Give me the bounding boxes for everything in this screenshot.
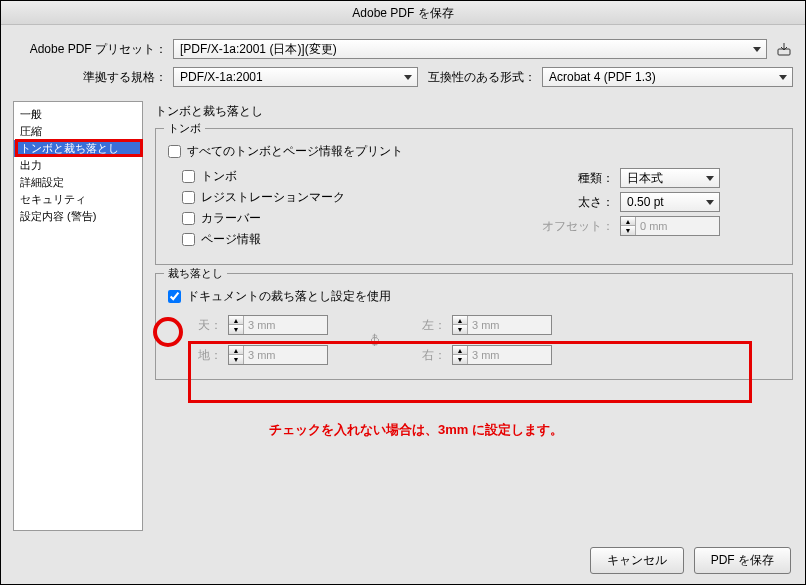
titlebar: Adobe PDF を保存 xyxy=(1,1,805,25)
colorbar-checkbox[interactable] xyxy=(182,212,195,225)
bleed-top-field: ▲▼3 mm xyxy=(228,315,328,335)
standard-value: PDF/X-1a:2001 xyxy=(180,70,263,84)
type-value: 日本式 xyxy=(627,171,663,185)
content-panel: トンボと裁ち落とし トンボ すべてのトンボとページ情報をプリント トンボ レジス… xyxy=(143,101,793,531)
offset-label: オフセット： xyxy=(542,218,614,235)
tombo-legend: トンボ xyxy=(164,121,205,136)
preset-value: [PDF/X-1a:2001 (日本)](変更) xyxy=(180,42,337,56)
cancel-button[interactable]: キャンセル xyxy=(590,547,684,574)
bleed-right-label: 右： xyxy=(422,347,446,364)
preset-label: Adobe PDF プリセット： xyxy=(13,41,173,58)
dialog-window: Adobe PDF を保存 Adobe PDF プリセット： [PDF/X-1a… xyxy=(0,0,806,585)
pageinfo-label: ページ情報 xyxy=(201,231,261,248)
footer: キャンセル PDF を保存 xyxy=(590,547,791,574)
marks-checkbox[interactable] xyxy=(182,170,195,183)
bleed-bottom-field: ▲▼3 mm xyxy=(228,345,328,365)
compat-value: Acrobat 4 (PDF 1.3) xyxy=(549,70,656,84)
compat-select[interactable]: Acrobat 4 (PDF 1.3) xyxy=(542,67,793,87)
sidebar-item-advanced[interactable]: 詳細設定 xyxy=(14,174,142,191)
link-icon[interactable]: ⦽ xyxy=(368,332,382,348)
offset-field: ▲▼ 0 mm xyxy=(620,216,720,236)
standard-label: 準拠する規格： xyxy=(13,69,173,86)
print-all-label: すべてのトンボとページ情報をプリント xyxy=(187,143,403,160)
bleed-left-label: 左： xyxy=(422,317,446,334)
bleed-left-field: ▲▼3 mm xyxy=(452,315,552,335)
bleed-bottom-label: 地： xyxy=(198,347,222,364)
tombo-fieldset: トンボ すべてのトンボとページ情報をプリント トンボ レジストレーションマーク … xyxy=(155,128,793,265)
top-area: Adobe PDF プリセット： [PDF/X-1a:2001 (日本)](変更… xyxy=(1,25,805,101)
preset-select[interactable]: [PDF/X-1a:2001 (日本)](変更) xyxy=(173,39,767,59)
offset-value: 0 mm xyxy=(636,220,668,232)
section-title: トンボと裁ち落とし xyxy=(155,103,793,120)
weight-select[interactable]: 0.50 pt xyxy=(620,192,720,212)
colorbar-label: カラーバー xyxy=(201,210,261,227)
sidebar-item-marks-bleed[interactable]: トンボと裁ち落とし xyxy=(14,140,142,157)
main-area: 一般 圧縮 トンボと裁ち落とし 出力 詳細設定 セキュリティ 設定内容 (警告)… xyxy=(1,101,805,531)
weight-value: 0.50 pt xyxy=(627,195,664,209)
reg-checkbox[interactable] xyxy=(182,191,195,204)
use-doc-bleed-label: ドキュメントの裁ち落とし設定を使用 xyxy=(187,288,391,305)
bleed-top-label: 天： xyxy=(198,317,222,334)
marks-label: トンボ xyxy=(201,168,237,185)
bleed-right-field: ▲▼3 mm xyxy=(452,345,552,365)
sidebar-item-general[interactable]: 一般 xyxy=(14,106,142,123)
sidebar: 一般 圧縮 トンボと裁ち落とし 出力 詳細設定 セキュリティ 設定内容 (警告) xyxy=(13,101,143,531)
reg-label: レジストレーションマーク xyxy=(201,189,345,206)
stepper-icon: ▲▼ xyxy=(621,217,636,235)
type-label: 種類： xyxy=(578,170,614,187)
save-preset-icon[interactable] xyxy=(775,40,793,58)
annotation-note: チェックを入れない場合は、3mm に設定します。 xyxy=(269,421,563,439)
window-title: Adobe PDF を保存 xyxy=(352,6,453,20)
weight-label: 太さ： xyxy=(578,194,614,211)
sidebar-item-security[interactable]: セキュリティ xyxy=(14,191,142,208)
bleed-legend: 裁ち落とし xyxy=(164,266,227,281)
bleed-grid: 天： ▲▼3 mm 地： ▲▼3 mm ⦽ 左： ▲▼3 mm xyxy=(168,309,780,367)
type-select[interactable]: 日本式 xyxy=(620,168,720,188)
sidebar-item-summary[interactable]: 設定内容 (警告) xyxy=(14,208,142,225)
bleed-fieldset: 裁ち落とし ドキュメントの裁ち落とし設定を使用 天： ▲▼3 mm 地： ▲▼3… xyxy=(155,273,793,380)
use-doc-bleed-checkbox[interactable] xyxy=(168,290,181,303)
print-all-checkbox[interactable] xyxy=(168,145,181,158)
sidebar-item-compression[interactable]: 圧縮 xyxy=(14,123,142,140)
standard-select[interactable]: PDF/X-1a:2001 xyxy=(173,67,418,87)
compat-label: 互換性のある形式： xyxy=(418,69,542,86)
save-pdf-button[interactable]: PDF を保存 xyxy=(694,547,791,574)
pageinfo-checkbox[interactable] xyxy=(182,233,195,246)
sidebar-item-output[interactable]: 出力 xyxy=(14,157,142,174)
